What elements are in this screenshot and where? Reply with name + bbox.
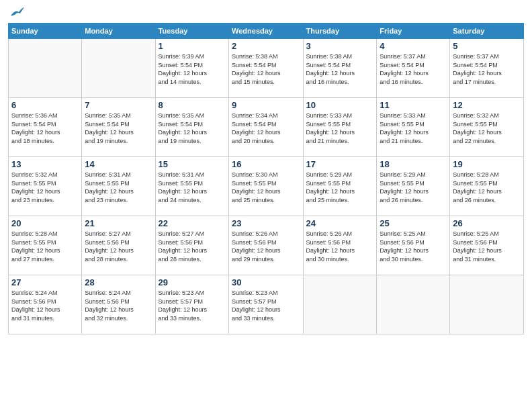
day-number: 1 [159, 41, 226, 51]
day-number: 8 [159, 100, 226, 110]
calendar-day: 15Sunrise: 5:31 AM Sunset: 5:55 PM Dayli… [155, 157, 228, 216]
calendar-day: 25Sunrise: 5:25 AM Sunset: 5:56 PM Dayli… [377, 216, 450, 275]
day-number: 26 [453, 218, 521, 228]
day-number: 5 [453, 41, 521, 51]
day-detail: Sunrise: 5:31 AM Sunset: 5:55 PM Dayligh… [85, 171, 152, 204]
logo-bird-icon [9, 7, 24, 19]
day-detail: Sunrise: 5:24 AM Sunset: 5:56 PM Dayligh… [11, 289, 79, 322]
day-detail: Sunrise: 5:27 AM Sunset: 5:56 PM Dayligh… [159, 230, 226, 263]
calendar-day: 11Sunrise: 5:33 AM Sunset: 5:55 PM Dayli… [377, 98, 450, 157]
day-number: 20 [11, 218, 79, 228]
calendar-week-3: 13Sunrise: 5:32 AM Sunset: 5:55 PM Dayli… [9, 157, 524, 216]
calendar-day: 29Sunrise: 5:23 AM Sunset: 5:57 PM Dayli… [155, 275, 228, 334]
day-number: 10 [306, 100, 374, 110]
calendar-day: 18Sunrise: 5:29 AM Sunset: 5:55 PM Dayli… [377, 157, 450, 216]
logo [8, 7, 24, 19]
calendar-day [9, 39, 82, 98]
calendar-day [82, 39, 155, 98]
day-number: 17 [306, 159, 374, 169]
day-number: 29 [159, 277, 226, 287]
day-number: 25 [380, 218, 447, 228]
day-detail: Sunrise: 5:32 AM Sunset: 5:55 PM Dayligh… [453, 111, 521, 145]
calendar-day: 28Sunrise: 5:24 AM Sunset: 5:56 PM Dayli… [82, 275, 155, 334]
day-detail: Sunrise: 5:38 AM Sunset: 5:54 PM Dayligh… [306, 52, 374, 86]
day-detail: Sunrise: 5:25 AM Sunset: 5:56 PM Dayligh… [380, 230, 447, 263]
day-detail: Sunrise: 5:27 AM Sunset: 5:56 PM Dayligh… [85, 230, 152, 263]
day-number: 13 [11, 159, 79, 169]
day-detail: Sunrise: 5:28 AM Sunset: 5:55 PM Dayligh… [11, 230, 79, 263]
day-detail: Sunrise: 5:32 AM Sunset: 5:55 PM Dayligh… [11, 171, 79, 204]
day-number: 16 [232, 159, 300, 169]
calendar-day [377, 275, 450, 334]
calendar-table: SundayMondayTuesdayWednesdayThursdayFrid… [8, 23, 524, 334]
calendar-day: 3Sunrise: 5:38 AM Sunset: 5:54 PM Daylig… [303, 39, 377, 98]
calendar-day: 22Sunrise: 5:27 AM Sunset: 5:56 PM Dayli… [155, 216, 228, 275]
calendar-day: 9Sunrise: 5:34 AM Sunset: 5:54 PM Daylig… [229, 98, 303, 157]
day-number: 11 [380, 100, 447, 110]
day-detail: Sunrise: 5:24 AM Sunset: 5:56 PM Dayligh… [85, 289, 152, 322]
calendar-day [450, 275, 524, 334]
day-number: 30 [232, 277, 300, 287]
day-number: 19 [453, 159, 521, 169]
day-detail: Sunrise: 5:37 AM Sunset: 5:54 PM Dayligh… [453, 52, 521, 86]
calendar-header-monday: Monday [82, 24, 155, 39]
day-detail: Sunrise: 5:33 AM Sunset: 5:55 PM Dayligh… [306, 111, 374, 145]
day-detail: Sunrise: 5:29 AM Sunset: 5:55 PM Dayligh… [380, 171, 447, 204]
day-detail: Sunrise: 5:23 AM Sunset: 5:57 PM Dayligh… [232, 289, 300, 322]
calendar-day: 2Sunrise: 5:38 AM Sunset: 5:54 PM Daylig… [229, 39, 303, 98]
calendar-day: 13Sunrise: 5:32 AM Sunset: 5:55 PM Dayli… [9, 157, 82, 216]
day-detail: Sunrise: 5:34 AM Sunset: 5:54 PM Dayligh… [232, 111, 300, 145]
calendar-day: 24Sunrise: 5:26 AM Sunset: 5:56 PM Dayli… [303, 216, 377, 275]
calendar-day: 12Sunrise: 5:32 AM Sunset: 5:55 PM Dayli… [450, 98, 524, 157]
day-number: 27 [11, 277, 79, 287]
calendar-day: 30Sunrise: 5:23 AM Sunset: 5:57 PM Dayli… [229, 275, 303, 334]
calendar-day [303, 275, 377, 334]
calendar-week-2: 6Sunrise: 5:36 AM Sunset: 5:54 PM Daylig… [9, 98, 524, 157]
calendar-week-1: 1Sunrise: 5:39 AM Sunset: 5:54 PM Daylig… [9, 39, 524, 98]
day-detail: Sunrise: 5:28 AM Sunset: 5:55 PM Dayligh… [453, 171, 521, 204]
day-detail: Sunrise: 5:29 AM Sunset: 5:55 PM Dayligh… [306, 171, 374, 204]
calendar-day: 14Sunrise: 5:31 AM Sunset: 5:55 PM Dayli… [82, 157, 155, 216]
day-number: 7 [85, 100, 152, 110]
calendar-day: 20Sunrise: 5:28 AM Sunset: 5:55 PM Dayli… [9, 216, 82, 275]
calendar-day: 21Sunrise: 5:27 AM Sunset: 5:56 PM Dayli… [82, 216, 155, 275]
day-detail: Sunrise: 5:36 AM Sunset: 5:54 PM Dayligh… [11, 111, 79, 145]
day-number: 23 [232, 218, 300, 228]
calendar-day: 27Sunrise: 5:24 AM Sunset: 5:56 PM Dayli… [9, 275, 82, 334]
day-detail: Sunrise: 5:25 AM Sunset: 5:56 PM Dayligh… [453, 230, 521, 263]
calendar-day: 26Sunrise: 5:25 AM Sunset: 5:56 PM Dayli… [450, 216, 524, 275]
day-detail: Sunrise: 5:38 AM Sunset: 5:54 PM Dayligh… [232, 52, 300, 86]
day-detail: Sunrise: 5:26 AM Sunset: 5:56 PM Dayligh… [232, 230, 300, 263]
calendar-header-thursday: Thursday [303, 24, 377, 39]
calendar-header-row: SundayMondayTuesdayWednesdayThursdayFrid… [9, 24, 524, 39]
day-detail: Sunrise: 5:33 AM Sunset: 5:55 PM Dayligh… [380, 111, 447, 145]
day-detail: Sunrise: 5:26 AM Sunset: 5:56 PM Dayligh… [306, 230, 374, 263]
calendar-week-5: 27Sunrise: 5:24 AM Sunset: 5:56 PM Dayli… [9, 275, 524, 334]
calendar-header-friday: Friday [377, 24, 450, 39]
day-number: 28 [85, 277, 152, 287]
day-detail: Sunrise: 5:31 AM Sunset: 5:55 PM Dayligh… [159, 171, 226, 204]
day-detail: Sunrise: 5:30 AM Sunset: 5:55 PM Dayligh… [232, 171, 300, 204]
day-number: 2 [232, 41, 300, 51]
day-number: 9 [232, 100, 300, 110]
day-number: 12 [453, 100, 521, 110]
calendar-header-wednesday: Wednesday [229, 24, 303, 39]
day-number: 15 [159, 159, 226, 169]
day-number: 18 [380, 159, 447, 169]
day-number: 3 [306, 41, 374, 51]
day-detail: Sunrise: 5:23 AM Sunset: 5:57 PM Dayligh… [159, 289, 226, 322]
calendar-header-sunday: Sunday [9, 24, 82, 39]
day-number: 14 [85, 159, 152, 169]
day-number: 24 [306, 218, 374, 228]
day-number: 4 [380, 41, 447, 51]
day-detail: Sunrise: 5:37 AM Sunset: 5:54 PM Dayligh… [380, 52, 447, 86]
calendar-day: 8Sunrise: 5:35 AM Sunset: 5:54 PM Daylig… [155, 98, 228, 157]
day-detail: Sunrise: 5:39 AM Sunset: 5:54 PM Dayligh… [159, 52, 226, 86]
calendar-day: 7Sunrise: 5:35 AM Sunset: 5:54 PM Daylig… [82, 98, 155, 157]
calendar-day: 19Sunrise: 5:28 AM Sunset: 5:55 PM Dayli… [450, 157, 524, 216]
calendar-day: 4Sunrise: 5:37 AM Sunset: 5:54 PM Daylig… [377, 39, 450, 98]
calendar-day: 16Sunrise: 5:30 AM Sunset: 5:55 PM Dayli… [229, 157, 303, 216]
day-number: 21 [85, 218, 152, 228]
day-number: 6 [11, 100, 79, 110]
calendar-day: 6Sunrise: 5:36 AM Sunset: 5:54 PM Daylig… [9, 98, 82, 157]
